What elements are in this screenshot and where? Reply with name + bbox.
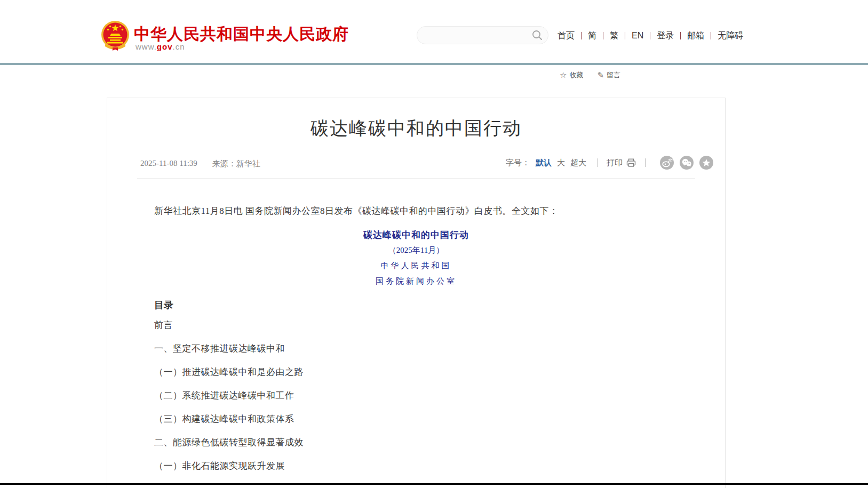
article-meta-left: 2025-11-08 11:39 来源：新华社 bbox=[140, 159, 260, 169]
article-meta-right: 字号： 默认 大 超大 打印 bbox=[506, 156, 713, 170]
toc-item-section2-1: （一）非化石能源实现跃升发展 bbox=[154, 454, 304, 478]
article-card: 碳达峰碳中和的中国行动 2025-11-08 11:39 来源：新华社 字号： … bbox=[107, 98, 726, 488]
fontsize-label: 字号： bbox=[506, 158, 530, 168]
printer-icon bbox=[626, 158, 636, 167]
nav-separator bbox=[711, 32, 711, 39]
meta-separator bbox=[645, 158, 646, 167]
search-input[interactable] bbox=[426, 27, 524, 43]
print-button[interactable]: 打印 bbox=[607, 158, 636, 168]
toc: 前言 一、坚定不移推进碳达峰碳中和 （一）推进碳达峰碳中和是必由之路 （二）系统… bbox=[154, 314, 304, 478]
national-emblem-icon[interactable] bbox=[101, 20, 130, 52]
site-header: 中华人民共和国中央人民政府 www.gov.cn 首页 简 繁 EN 登录 邮箱… bbox=[0, 0, 868, 63]
search-icon[interactable] bbox=[531, 29, 543, 41]
nav-separator bbox=[625, 32, 625, 39]
toc-item-section1-1: （一）推进碳达峰碳中和是必由之路 bbox=[154, 361, 304, 384]
article-intro: 新华社北京11月8日电 国务院新闻办公室8日发布《碳达峰碳中和的中国行动》白皮书… bbox=[154, 205, 693, 217]
source: 来源：新华社 bbox=[212, 159, 260, 169]
nav-login[interactable]: 登录 bbox=[657, 30, 674, 42]
doc-date: （2025年11月） bbox=[107, 245, 725, 255]
pencil-icon: ✎ bbox=[597, 70, 604, 80]
doc-issuer-line1: 中华人民共和国 bbox=[107, 261, 725, 271]
fontsize-xlarge-button[interactable]: 超大 bbox=[570, 158, 586, 168]
star-outline-icon: ☆ bbox=[560, 70, 567, 80]
nav-home[interactable]: 首页 bbox=[558, 30, 575, 42]
nav-separator bbox=[680, 32, 681, 39]
search-box[interactable] bbox=[417, 26, 548, 44]
article-meta: 2025-11-08 11:39 来源：新华社 字号： 默认 大 超大 打印 bbox=[140, 156, 713, 172]
star-share-icon[interactable] bbox=[699, 156, 713, 170]
toc-item-section2: 二、能源绿色低碳转型取得显著成效 bbox=[154, 431, 304, 454]
nav-separator bbox=[650, 32, 650, 39]
toc-item-section1: 一、坚定不移推进碳达峰碳中和 bbox=[154, 337, 304, 361]
comment-label: 留言 bbox=[607, 70, 620, 80]
site-url-suffix: .cn bbox=[173, 42, 185, 51]
window-bottom-edge bbox=[0, 483, 868, 485]
source-value: 新华社 bbox=[236, 159, 260, 168]
doc-title: 碳达峰碳中和的中国行动 bbox=[107, 229, 725, 241]
publish-time: 2025-11-08 11:39 bbox=[140, 159, 197, 169]
toc-item-preface: 前言 bbox=[154, 314, 304, 337]
favorite-label: 收藏 bbox=[569, 70, 583, 80]
nav-accessibility[interactable]: 无障碍 bbox=[718, 30, 743, 42]
nav-mail[interactable]: 邮箱 bbox=[687, 30, 704, 42]
nav-traditional[interactable]: 繁 bbox=[610, 30, 618, 42]
meta-divider bbox=[137, 178, 695, 179]
article-title: 碳达峰碳中和的中国行动 bbox=[107, 116, 725, 141]
wechat-share-icon[interactable] bbox=[680, 156, 694, 170]
nav-separator bbox=[603, 32, 603, 39]
main-nav: 首页 简 繁 EN 登录 邮箱 无障碍 bbox=[558, 30, 743, 42]
site-url-prefix: www. bbox=[136, 42, 157, 51]
toc-item-section1-3: （三）构建碳达峰碳中和政策体系 bbox=[154, 407, 304, 431]
site-url-domain: gov bbox=[157, 42, 173, 51]
header-divider bbox=[0, 63, 868, 65]
meta-separator bbox=[598, 158, 598, 167]
toc-heading: 目录 bbox=[154, 299, 173, 311]
print-label: 打印 bbox=[607, 158, 623, 168]
weibo-share-icon[interactable] bbox=[660, 156, 674, 170]
fontsize-large-button[interactable]: 大 bbox=[557, 158, 565, 168]
site-url: www.gov.cn bbox=[136, 42, 185, 51]
source-label: 来源： bbox=[212, 159, 236, 168]
nav-separator bbox=[581, 32, 582, 39]
doc-issuer-line2: 国务院新闻办公室 bbox=[107, 276, 725, 286]
favorite-button[interactable]: ☆ 收藏 bbox=[560, 70, 583, 80]
nav-simplified[interactable]: 简 bbox=[588, 30, 596, 42]
page-actions: ☆ 收藏 ✎ 留言 bbox=[560, 70, 620, 80]
nav-english[interactable]: EN bbox=[632, 31, 643, 41]
toc-item-section1-2: （二）系统推进碳达峰碳中和工作 bbox=[154, 384, 304, 407]
fontsize-default-button[interactable]: 默认 bbox=[536, 158, 552, 168]
comment-button[interactable]: ✎ 留言 bbox=[597, 70, 620, 80]
